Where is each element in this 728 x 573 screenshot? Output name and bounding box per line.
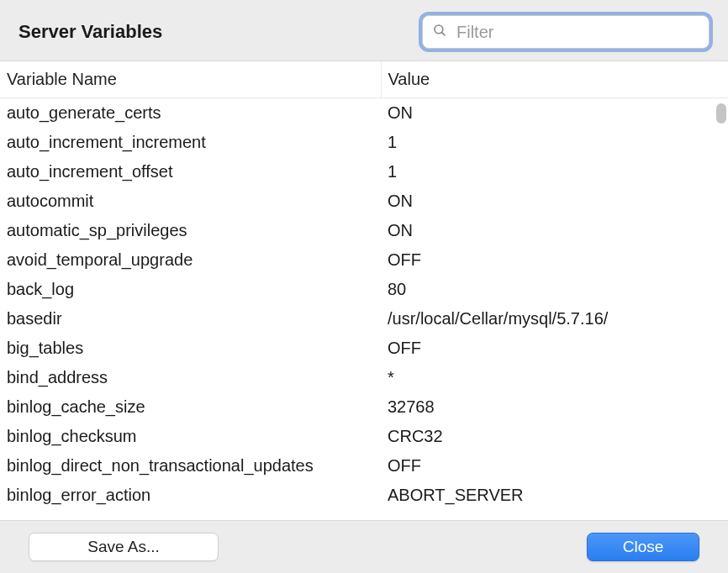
table-row[interactable]: bind_address* — [0, 363, 728, 392]
table-row[interactable]: binlog_cache_size32768 — [0, 392, 728, 422]
column-header-value[interactable]: Value — [381, 61, 728, 98]
variable-name-cell: avoid_temporal_upgrade — [0, 245, 381, 275]
table-row[interactable]: back_log80 — [0, 275, 728, 304]
variable-name-cell: binlog_checksum — [0, 422, 381, 451]
variable-value-cell: OFF — [381, 245, 728, 275]
variable-name-cell: binlog_cache_size — [0, 392, 381, 422]
table-row[interactable]: autocommitON — [0, 187, 728, 216]
variable-name-cell: big_tables — [0, 334, 381, 363]
variable-name-cell: back_log — [0, 275, 381, 304]
variable-name-cell: autocommit — [0, 187, 381, 216]
variable-value-cell: 80 — [381, 275, 728, 304]
table-row[interactable]: avoid_temporal_upgradeOFF — [0, 245, 728, 275]
variable-name-cell: basedir — [0, 304, 381, 334]
variable-name-cell: automatic_sp_privileges — [0, 216, 381, 245]
variable-value-cell: ON — [381, 98, 728, 129]
page-title: Server Variables — [18, 21, 162, 43]
table-row[interactable]: binlog_error_actionABORT_SERVER — [0, 481, 728, 510]
filter-input[interactable] — [422, 15, 710, 49]
header: Server Variables — [0, 0, 728, 60]
variable-value-cell: 32768 — [381, 392, 728, 422]
variable-name-cell: auto_increment_increment — [0, 128, 381, 157]
table-row[interactable]: basedir/usr/local/Cellar/mysql/5.7.16/ — [0, 304, 728, 334]
table-row[interactable]: auto_increment_increment1 — [0, 128, 728, 157]
variable-name-cell: auto_increment_offset — [0, 157, 381, 187]
variable-value-cell: ON — [381, 216, 728, 245]
variable-value-cell: CRC32 — [381, 422, 728, 451]
variable-name-cell: binlog_error_action — [0, 481, 381, 510]
variable-value-cell: ON — [381, 187, 728, 216]
table-row[interactable]: auto_generate_certsON — [0, 98, 728, 129]
variables-table: Variable Name Value auto_generate_certsO… — [0, 61, 728, 510]
table-row[interactable]: binlog_checksumCRC32 — [0, 422, 728, 451]
save-as-button[interactable]: Save As... — [29, 533, 219, 561]
variable-name-cell: auto_generate_certs — [0, 98, 381, 129]
column-header-name[interactable]: Variable Name — [0, 61, 381, 98]
variables-table-container: Variable Name Value auto_generate_certsO… — [0, 60, 728, 520]
variable-value-cell: OFF — [381, 451, 728, 481]
variable-value-cell: * — [381, 363, 728, 392]
variable-name-cell: bind_address — [0, 363, 381, 392]
scrollbar-thumb[interactable] — [716, 103, 726, 124]
variable-value-cell: OFF — [381, 334, 728, 363]
filter-container — [422, 15, 710, 49]
variable-value-cell: ABORT_SERVER — [381, 481, 728, 510]
variable-value-cell: 1 — [381, 128, 728, 157]
variable-value-cell: 1 — [381, 157, 728, 187]
variable-value-cell: /usr/local/Cellar/mysql/5.7.16/ — [381, 304, 728, 334]
table-row[interactable]: binlog_direct_non_transactional_updatesO… — [0, 451, 728, 481]
table-row[interactable]: big_tablesOFF — [0, 334, 728, 363]
variable-name-cell: binlog_direct_non_transactional_updates — [0, 451, 381, 481]
table-header-row: Variable Name Value — [0, 61, 728, 98]
close-button[interactable]: Close — [587, 533, 699, 561]
table-row[interactable]: auto_increment_offset1 — [0, 157, 728, 187]
table-row[interactable]: automatic_sp_privilegesON — [0, 216, 728, 245]
footer: Save As... Close — [0, 520, 728, 573]
